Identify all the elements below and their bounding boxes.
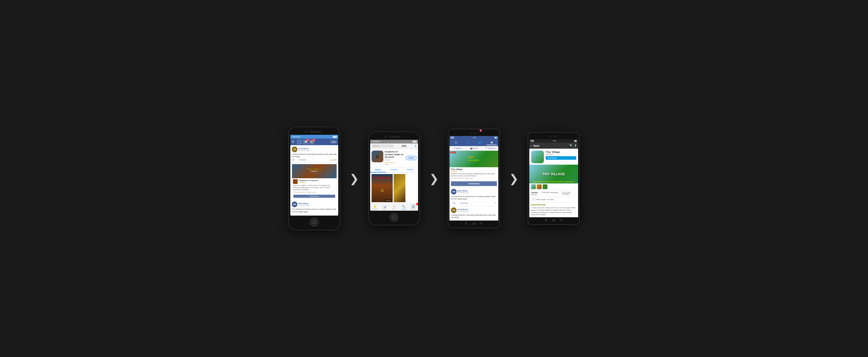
ad-title: Kingdoms of Camelot (299, 179, 318, 182)
app-icon-camelot: ⚔ (372, 151, 383, 162)
home-button-android[interactable] (473, 222, 475, 225)
screenshots-section: BATTLE OTHER PLAYERS TO RULE THE LAND! ⚔… (370, 173, 418, 204)
android-bottom-1 (450, 220, 498, 226)
android-like-btn[interactable]: Like (452, 202, 456, 204)
appstore-search-field[interactable]: Search (372, 144, 394, 148)
post-author-name[interactable]: Scott Boms (298, 148, 337, 150)
tab-notifications[interactable]: 🌐 23 (475, 141, 485, 145)
post2-text: The weekend is almost here! I'm really e… (292, 208, 337, 213)
tiny-village-ad[interactable]: TinyCo TINYVILLAGE Tiny Village ★★★★ Bui… (450, 151, 498, 188)
status-tab[interactable]: ✏ Status (450, 146, 466, 151)
bell-badge: 2 (312, 139, 315, 141)
genius-label: Genius (392, 208, 396, 210)
install-now-button[interactable]: Install Now (293, 195, 335, 198)
status-icon: ✏ (454, 147, 456, 149)
appstore-screen-title: Info (395, 144, 414, 147)
comment-action[interactable]: Comment (299, 159, 306, 161)
downloads-label: 5,000,000+ downloads (542, 192, 558, 193)
chat-icon[interactable]: 💬 1 (303, 140, 308, 144)
back-arrow-icon[interactable]: ‹ (531, 144, 532, 148)
status-label: Status (456, 147, 462, 149)
playstore-app-dev[interactable]: TINYCO (546, 154, 576, 156)
star-4: ★ (391, 161, 393, 164)
thumbnail-1[interactable] (531, 184, 536, 189)
tab-search[interactable]: 🔍 Search (399, 204, 408, 211)
back-button-2[interactable] (546, 219, 548, 221)
star-2: ★ (387, 161, 389, 164)
tab-status-post[interactable]: 👤 (463, 141, 473, 145)
playstore-app-info: Tiny Village TINYCO Download (546, 151, 576, 163)
playstore-app-icon: 🦕 (531, 151, 544, 163)
tab-featured[interactable]: ⭐ Featured (370, 204, 380, 211)
menu-button-android[interactable] (480, 222, 482, 225)
plus1-button[interactable]: +1 (531, 198, 536, 201)
menu-button-android-2[interactable] (560, 219, 562, 221)
checkin-label: Check In (488, 147, 496, 149)
home-button-android-2[interactable] (553, 219, 555, 221)
description-text: ***Join more than 5 million fans in one … (531, 207, 576, 216)
featured-icon: ⭐ (373, 205, 377, 208)
friends-icon[interactable]: 👤 (297, 140, 302, 144)
android-speaker-1 (473, 133, 477, 133)
facebook-ad-card[interactable]: Kingdoms of CAMELOT ⚔ ⚔ ⚔ Kingdoms of Ca… (292, 164, 337, 199)
playstore-thumbnails (529, 183, 578, 190)
android-status-2: ▌▌▌ 4:00 ▓▓ (529, 139, 578, 143)
ad-image-text: Kingdoms of CAMELOT ⚔ ⚔ ⚔ (307, 168, 322, 174)
app-detail-tabs: Details Reviews Related (370, 168, 418, 173)
post2-author-name[interactable]: Mark Bixby (298, 203, 337, 205)
tv-ad-banner: TinyCo TINYVILLAGE (450, 151, 498, 167)
like-action[interactable]: Like (292, 159, 295, 161)
home-button-2[interactable] (390, 213, 398, 221)
tab-reviews[interactable]: Reviews (386, 168, 402, 172)
app-name: Kingdoms of Camelot: Battle for the Nort… (385, 151, 404, 159)
ad-description: Build your kingdom, rule the land in the… (293, 184, 336, 191)
home-button[interactable] (310, 218, 318, 227)
android-screen-2: ▌▌▌ 4:00 ▓▓ ‹ Apps 🔍 ⬆ 🦕 Tiny Village (529, 139, 578, 217)
home-button-inner (313, 220, 316, 224)
tv-install-button[interactable]: Install Now (451, 181, 497, 186)
android-comment-btn[interactable]: Comment (460, 202, 468, 204)
photo-tab[interactable]: 📷 Photo (466, 146, 482, 151)
back-button[interactable] (466, 222, 468, 225)
sort-button[interactable]: Sort (331, 141, 337, 144)
stat-downloads: 5,000,000+ downloads (542, 192, 558, 196)
compare-label: Compare (384, 200, 392, 201)
tab-hamburger[interactable]: ☰ (451, 141, 462, 145)
star-5: ★ (393, 161, 395, 164)
android-post2-name[interactable]: Scott Boms (458, 208, 497, 210)
notifications-icon[interactable]: 🔔 2 (309, 140, 314, 144)
playstore-search-icon[interactable]: 🔍 (569, 144, 573, 147)
checkin-icon: 📍 (485, 147, 488, 149)
playstore-share-icon[interactable]: ⬆ (575, 144, 577, 147)
ad-rating: ★★★★★ (299, 182, 318, 183)
arrow-3: ❯ (509, 172, 519, 185)
tab-genius[interactable]: ✦ Genius (390, 204, 399, 211)
tab-more[interactable]: ▦ (487, 140, 497, 145)
android-post-2: SB Scott Boms 36 minutes ago Looking for… (450, 206, 498, 221)
tab-details[interactable]: Details (370, 168, 386, 172)
android-post1-name[interactable]: Mark Bixby (458, 190, 497, 192)
tab-updates[interactable]: 🔄 6 Updates (408, 204, 418, 211)
playstore-description: DESCRIPTION ***Join more than 5 million … (529, 202, 578, 217)
android-like-count: 5 (495, 202, 496, 204)
app-developer[interactable]: Kabam (385, 159, 404, 161)
tab-charts[interactable]: 📊 Charts (380, 204, 390, 211)
ad-sponsored-label: 3 friends play this · Sponsored (293, 191, 315, 193)
menu-icon[interactable]: ☰ (292, 140, 296, 144)
checkin-tab[interactable]: 📍 Check In (482, 146, 498, 151)
stat-rating: ★★★★ 233,031 (531, 192, 538, 196)
android-signal: ▌▌▌ (451, 137, 455, 138)
banner-subtitle: "OMG! WHAT A TOTALLY ADDICTIVE GAME!" ★★… (533, 181, 575, 182)
share-icon[interactable]: ⬆ (415, 145, 416, 147)
thumbnail-3[interactable] (542, 184, 548, 189)
carrier-label-2: CARRIER (372, 141, 380, 143)
android-signal-2: ▌▌▌ (531, 140, 534, 142)
tab-related[interactable]: Related (402, 168, 418, 172)
download-button[interactable]: Download (546, 156, 576, 160)
facebook-post-2: MB Mark Bixby 44 minutes ago The weekend… (290, 200, 338, 216)
android-time: 4:00 (473, 137, 476, 138)
thumbnail-2[interactable] (536, 184, 542, 189)
main-scene: CARRIER ▓▓▓ ☰ 👤 💬 1 🔔 2 Sort (279, 117, 589, 240)
speaker (309, 131, 321, 132)
free-button[interactable]: FREE (406, 156, 416, 160)
